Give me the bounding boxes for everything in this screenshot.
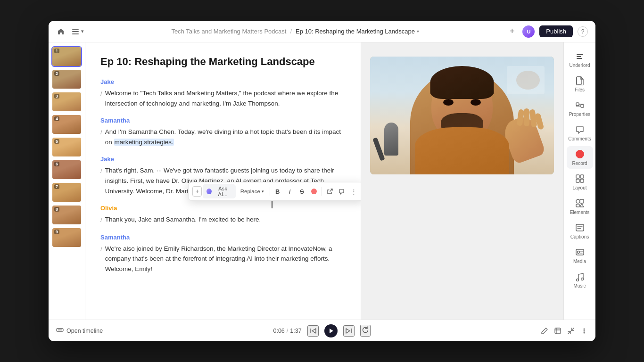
toolbar-export-button[interactable] <box>324 185 335 197</box>
sidebar-item-elements[interactable]: Elements <box>567 195 593 218</box>
record-label: Record <box>572 161 587 166</box>
breadcrumb: Tech Talks and Marketing Matters Podcast… <box>84 28 506 35</box>
svg-rect-0 <box>577 54 583 55</box>
slide-number: 2 <box>54 71 59 76</box>
sidebar-item-properties[interactable]: Properties <box>567 97 593 120</box>
toolbar-strikethrough-button[interactable]: S <box>297 185 308 197</box>
slide-item-6[interactable]: 6 <box>51 159 82 180</box>
slide-number: 8 <box>54 207 59 212</box>
slide-item-4[interactable]: 4 <box>51 114 82 135</box>
elements-icon <box>575 198 585 208</box>
slide-item-3[interactable]: 3 <box>51 91 82 112</box>
toolbar-bold-button[interactable]: B <box>272 185 283 197</box>
skip-forward-button[interactable] <box>343 325 355 337</box>
svg-rect-11 <box>580 179 584 182</box>
toolbar-color-button[interactable] <box>308 185 320 197</box>
sidebar-item-captions[interactable]: Captions <box>567 220 593 242</box>
underlord-label: Underlord <box>570 63 590 68</box>
properties-icon <box>575 100 585 110</box>
more-tool-button[interactable] <box>580 327 588 335</box>
replace-chevron: ▾ <box>262 189 264 194</box>
replay-button[interactable] <box>360 325 371 337</box>
playback-controls: 0:06 / 1:37 <box>103 324 541 337</box>
breadcrumb-parent[interactable]: Tech Talks and Marketing Matters Podcast <box>171 28 286 35</box>
toolbar-italic-button[interactable]: I <box>284 185 296 197</box>
toolbar-ask-ai-button[interactable]: Ask AI... <box>203 184 235 198</box>
svg-point-30 <box>584 332 585 333</box>
captions-icon <box>575 222 585 233</box>
toolbar-add-button[interactable]: + <box>192 186 202 197</box>
bottom-right-tools <box>541 327 588 335</box>
transcript-text-2[interactable]: And I'm Samantha Chen. Today, we're divi… <box>105 127 346 147</box>
svg-rect-9 <box>580 175 584 178</box>
episode-title: Ep 10: Reshaping the Marketing Landscape <box>100 56 346 68</box>
slide-item-7[interactable]: 7 <box>51 182 82 203</box>
sidebar-item-layout[interactable]: Layout <box>567 171 593 193</box>
breadcrumb-separator: / <box>290 28 292 35</box>
slide-number: 1 <box>54 49 59 53</box>
toolbar-more-button[interactable]: ⋮ <box>348 185 360 197</box>
editor[interactable]: Ep 10: Reshaping the Marketing Landscape… <box>85 42 361 320</box>
transcript-block-4: Olivia / Thank you, Jake and Samantha. I… <box>100 205 346 225</box>
preview-image <box>370 57 554 174</box>
sidebar-item-record[interactable]: Record <box>567 146 593 169</box>
toolbar-replace-button[interactable]: Replace ▾ <box>237 187 268 196</box>
slide-number: 4 <box>54 116 59 121</box>
sidebar-item-comments[interactable]: Comments <box>567 122 593 144</box>
speaker-jake-1: Jake <box>100 78 346 85</box>
slide-item-9[interactable]: 9 <box>51 227 82 248</box>
help-button[interactable]: ? <box>578 26 588 37</box>
menu-icon[interactable]: ▾ <box>69 28 84 34</box>
transcript-text-4[interactable]: Thank you, Jake and Samantha. I'm excite… <box>105 214 346 225</box>
comments-label: Comments <box>568 136 591 141</box>
speaker-olivia: Olivia <box>100 205 346 212</box>
svg-rect-2 <box>577 58 582 59</box>
slide-item-5[interactable]: 5 <box>51 137 82 157</box>
open-timeline-button[interactable]: Open timeline <box>56 326 103 335</box>
transcript-line-5: / We're also joined by Emily Richardson,… <box>100 244 346 274</box>
slide-item-8[interactable]: 8 <box>51 205 82 225</box>
add-button[interactable]: + <box>506 26 518 37</box>
comments-icon <box>575 124 585 135</box>
layout-icon <box>575 173 585 184</box>
breadcrumb-current[interactable]: Ep 10: Reshaping the Marketing Landscape… <box>296 28 419 35</box>
edit-tool-button[interactable] <box>541 327 548 335</box>
sidebar-item-music[interactable]: Music <box>567 269 593 291</box>
skip-back-button[interactable] <box>307 325 319 337</box>
sidebar-item-underlord[interactable]: Underlord <box>567 48 593 71</box>
bottom-bar: Open timeline 0:06 / 1:37 <box>49 320 595 341</box>
highlighted-text: marketing strategies. <box>114 139 174 146</box>
publish-button[interactable]: Publish <box>539 25 573 37</box>
svg-point-20 <box>577 251 579 254</box>
play-button[interactable] <box>324 324 338 337</box>
svg-rect-4 <box>576 103 579 106</box>
floating-toolbar: + Ask AI... Replace ▾ B I S <box>188 182 361 201</box>
toolbar-separator-2 <box>322 187 322 196</box>
toolbar-separator <box>270 187 270 196</box>
svg-rect-27 <box>555 328 561 334</box>
expand-tool-button[interactable] <box>567 327 575 335</box>
transcript-line-1: / Welcome to "Tech Talks and Marketing M… <box>100 88 346 108</box>
transcript-block-1: Jake / Welcome to "Tech Talks and Market… <box>100 78 346 108</box>
layout-label: Layout <box>572 185 586 190</box>
transcript-text-5[interactable]: We're also joined by Emily Richardson, t… <box>105 244 346 274</box>
play-icon <box>330 329 333 333</box>
right-sidebar: Underlord Files <box>563 42 595 320</box>
slide-number: 3 <box>54 94 59 99</box>
sidebar-item-media[interactable]: Media <box>567 244 593 267</box>
open-timeline-label: Open timeline <box>66 328 103 334</box>
toolbar-comment-button[interactable] <box>336 185 347 197</box>
resize-tool-button[interactable] <box>554 327 561 335</box>
transcript-text-1[interactable]: Welcome to "Tech Talks and Marketing Mat… <box>105 88 346 108</box>
svg-marker-14 <box>580 204 584 207</box>
svg-point-28 <box>584 328 585 329</box>
slide-item-2[interactable]: 2 <box>51 69 82 90</box>
home-icon[interactable] <box>56 27 66 36</box>
sidebar-item-files[interactable]: Files <box>567 73 593 95</box>
slide-item-1[interactable]: 1 <box>51 46 82 67</box>
top-bar: ▾ Tech Talks and Marketing Matters Podca… <box>49 21 595 42</box>
svg-point-12 <box>576 199 580 203</box>
files-icon <box>575 75 585 86</box>
time-separator: / <box>287 328 288 334</box>
color-dot <box>311 189 317 194</box>
